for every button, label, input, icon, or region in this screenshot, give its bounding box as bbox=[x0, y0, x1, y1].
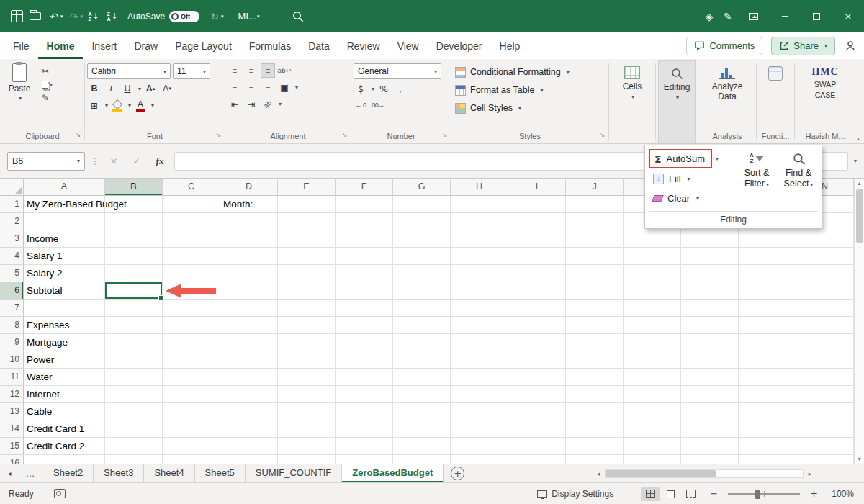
cell-D14[interactable] bbox=[220, 420, 278, 438]
cell-L6[interactable] bbox=[681, 282, 739, 300]
cell-G2[interactable] bbox=[393, 213, 451, 230]
cell-G13[interactable] bbox=[393, 403, 451, 420]
cell-I11[interactable] bbox=[508, 369, 566, 386]
cell-H3[interactable] bbox=[451, 230, 508, 248]
cell-J4[interactable] bbox=[566, 248, 624, 265]
cell-H7[interactable] bbox=[451, 300, 508, 317]
cell-I16[interactable] bbox=[508, 455, 566, 464]
number-format-select[interactable]: General▾ bbox=[354, 63, 441, 79]
cell-F7[interactable] bbox=[336, 300, 393, 317]
cell-D8[interactable] bbox=[220, 317, 278, 334]
autosum-dropdown-icon[interactable]: ▾ bbox=[712, 156, 722, 162]
cell-L9[interactable] bbox=[681, 334, 739, 351]
fill-button[interactable]: ↓ Fill ▾ bbox=[649, 170, 734, 188]
cell-J13[interactable] bbox=[566, 403, 624, 420]
sheet-overflow-button[interactable]: … bbox=[19, 468, 43, 479]
functions-addin-button[interactable] bbox=[759, 60, 792, 130]
increase-indent-button[interactable]: ⇥ bbox=[244, 96, 258, 111]
analyze-data-button[interactable]: AnalyzeData bbox=[701, 60, 754, 130]
name-box-dropdown-icon[interactable]: ▾ bbox=[77, 158, 80, 164]
autosum-button[interactable]: Σ AutoSum bbox=[649, 149, 712, 168]
cell-F13[interactable] bbox=[336, 403, 393, 420]
cell-I10[interactable] bbox=[508, 351, 566, 369]
cell-F3[interactable] bbox=[336, 230, 393, 248]
cell-M6[interactable] bbox=[739, 282, 796, 300]
cell-C15[interactable] bbox=[163, 438, 220, 455]
cell-B2[interactable] bbox=[105, 213, 163, 230]
cell-L13[interactable] bbox=[681, 403, 739, 420]
cell-M12[interactable] bbox=[739, 386, 796, 403]
clear-button[interactable]: Clear ▾ bbox=[649, 189, 734, 207]
cell-K8[interactable] bbox=[624, 317, 681, 334]
row-header-14[interactable]: 14 bbox=[0, 420, 24, 438]
align-right-button[interactable]: ≡ bbox=[261, 80, 275, 94]
cell-E16[interactable] bbox=[278, 455, 336, 464]
cell-H9[interactable] bbox=[451, 334, 508, 351]
cell-A8[interactable]: Expenses bbox=[24, 317, 105, 334]
increase-font-button[interactable]: A▴ bbox=[143, 81, 158, 96]
row-header-13[interactable]: 13 bbox=[0, 403, 24, 420]
menu-tab-help[interactable]: Help bbox=[491, 32, 529, 59]
formula-bar-splitter[interactable]: ⋮ bbox=[91, 156, 99, 166]
minimize-button[interactable]: ─ bbox=[769, 0, 801, 32]
cell-E2[interactable] bbox=[278, 213, 336, 230]
cell-L12[interactable] bbox=[681, 386, 739, 403]
sort-descending-icon[interactable]: ZA↓ bbox=[103, 6, 122, 27]
column-header-A[interactable]: A bbox=[24, 179, 105, 196]
cell-D1[interactable]: Month: bbox=[220, 196, 278, 213]
decrease-decimal-button[interactable]: .00→ bbox=[370, 98, 384, 112]
cell-B10[interactable] bbox=[105, 351, 163, 369]
cell-D13[interactable] bbox=[220, 403, 278, 420]
cell-L11[interactable] bbox=[681, 369, 739, 386]
cell-J7[interactable] bbox=[566, 300, 624, 317]
sheet-tab-sumif_countif[interactable]: SUMIF_COUNTIF bbox=[246, 464, 342, 482]
cell-N15[interactable] bbox=[796, 438, 854, 455]
align-top-button[interactable]: ≡ bbox=[228, 63, 242, 78]
cell-E5[interactable] bbox=[278, 265, 336, 282]
menu-tab-data[interactable]: Data bbox=[300, 32, 338, 59]
merge-dropdown-icon[interactable]: ▾ bbox=[295, 84, 298, 91]
cell-B11[interactable] bbox=[105, 369, 163, 386]
cell-F14[interactable] bbox=[336, 420, 393, 438]
cell-H5[interactable] bbox=[451, 265, 508, 282]
cell-C8[interactable] bbox=[163, 317, 220, 334]
sheet-tab-sheet4[interactable]: Sheet4 bbox=[144, 464, 194, 482]
cell-H2[interactable] bbox=[451, 213, 508, 230]
cell-L5[interactable] bbox=[681, 265, 739, 282]
cell-B5[interactable] bbox=[105, 265, 163, 282]
row-header-12[interactable]: 12 bbox=[0, 386, 24, 403]
cell-J1[interactable] bbox=[566, 196, 624, 213]
zoom-in-button[interactable]: + bbox=[810, 488, 818, 499]
cell-G6[interactable] bbox=[393, 282, 451, 300]
cell-styles-button[interactable]: Cell Styles ▾ bbox=[454, 99, 606, 117]
cell-B1[interactable] bbox=[105, 196, 163, 213]
scroll-up-icon[interactable]: ▴ bbox=[858, 180, 860, 186]
font-color-dropdown-icon[interactable]: ▾ bbox=[151, 102, 154, 109]
cell-D12[interactable] bbox=[220, 386, 278, 403]
cell-M4[interactable] bbox=[739, 248, 796, 265]
cell-K11[interactable] bbox=[624, 369, 681, 386]
sheet-tab-sheet5[interactable]: Sheet5 bbox=[195, 464, 246, 482]
cell-N11[interactable] bbox=[796, 369, 854, 386]
format-as-table-button[interactable]: Format as Table ▾ bbox=[454, 81, 606, 99]
cell-H15[interactable] bbox=[451, 438, 508, 455]
cell-D4[interactable] bbox=[220, 248, 278, 265]
hscroll-left-icon[interactable]: ◂ bbox=[592, 470, 605, 477]
cell-A3[interactable]: Income bbox=[24, 230, 105, 248]
cell-G7[interactable] bbox=[393, 300, 451, 317]
cell-I13[interactable] bbox=[508, 403, 566, 420]
cell-M9[interactable] bbox=[739, 334, 796, 351]
font-dialog-launcher-icon[interactable]: ↘ bbox=[216, 130, 221, 141]
paste-button[interactable]: Paste ▾ bbox=[3, 63, 36, 130]
cell-J8[interactable] bbox=[566, 317, 624, 334]
cell-E1[interactable] bbox=[278, 196, 336, 213]
cell-H12[interactable] bbox=[451, 386, 508, 403]
cell-I7[interactable] bbox=[508, 300, 566, 317]
cell-K16[interactable] bbox=[624, 455, 681, 464]
cut-icon[interactable]: ✂ bbox=[42, 66, 53, 76]
cell-G12[interactable] bbox=[393, 386, 451, 403]
conditional-formatting-button[interactable]: Conditional Formatting ▾ bbox=[454, 63, 606, 81]
document-title[interactable]: MI... ▾ bbox=[238, 11, 261, 22]
cell-C11[interactable] bbox=[163, 369, 220, 386]
cell-I1[interactable] bbox=[508, 196, 566, 213]
